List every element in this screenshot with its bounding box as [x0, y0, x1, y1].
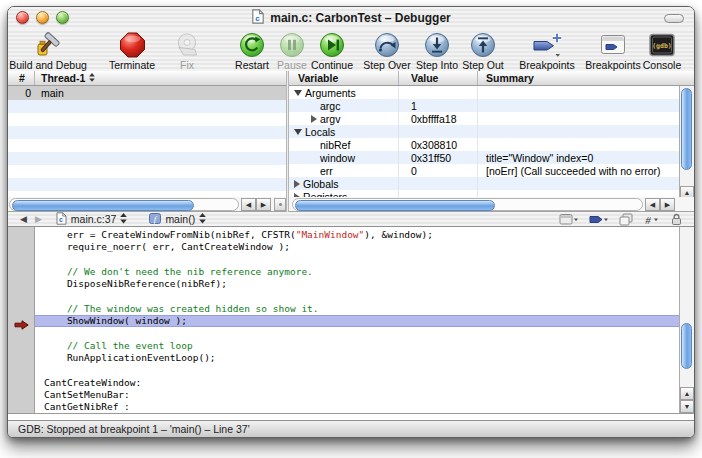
variable-row[interactable]: argv0xbffffa18	[289, 112, 679, 125]
variable-summary	[478, 138, 679, 151]
editor-vertical-scrollbar[interactable]: ▲ ▼	[679, 227, 694, 413]
zoom-button[interactable]	[56, 11, 69, 24]
scrollbar-thumb[interactable]	[681, 323, 692, 369]
variables-horizontal-scrollbar[interactable]	[292, 198, 643, 211]
column-header-value[interactable]: Value	[399, 71, 478, 85]
variable-value: 1	[399, 99, 478, 112]
function-popup-menu[interactable]: f main()	[149, 213, 206, 226]
variable-summary	[478, 86, 679, 99]
debug-panes: # Thread-1 0main Variable Value Summary …	[8, 71, 694, 212]
splitter-dot-handle[interactable]	[274, 198, 286, 211]
scroll-left-button[interactable]: ◀	[241, 198, 256, 211]
code-line: // We don't need the nib reference anymo…	[35, 266, 679, 278]
document-proxy-icon[interactable]: c	[251, 9, 265, 28]
editor-nav-bar: ◀ ▶ c main.c:37 f main() #	[8, 212, 694, 227]
svg-text:c: c	[59, 216, 63, 223]
breakpoint-gutter[interactable]	[8, 227, 35, 413]
toolbar-item-label: Build and Debug	[9, 59, 87, 71]
variable-name: nibRef	[320, 139, 350, 151]
title-bar[interactable]: c main.c: CarbonTest – Debugger	[8, 7, 694, 30]
scroll-down-button[interactable]: ▼	[680, 400, 694, 413]
variable-value: 0x308810	[399, 138, 478, 151]
toolbar-item-label: Step Out	[462, 59, 503, 71]
scrollbar-thumb[interactable]	[681, 88, 692, 170]
variable-row[interactable]: Globals	[289, 177, 679, 190]
variable-row[interactable]: err0[noErr] (Call succeeded with no erro…	[289, 164, 679, 177]
column-header-variable[interactable]: Variable	[289, 71, 399, 85]
scroll-up-button[interactable]: ▲	[680, 387, 694, 400]
variable-name: Arguments	[305, 87, 356, 99]
screen: c main.c: CarbonTest – Debugger Build an…	[0, 0, 702, 458]
disclosure-triangle[interactable]	[294, 90, 302, 96]
breakpoint-menu-button[interactable]	[589, 213, 609, 226]
threads-horizontal-scrollbar[interactable]	[9, 198, 239, 211]
toolbar-item-build-and-debug[interactable]: Build and Debug	[7, 31, 96, 71]
column-header-number[interactable]: #	[8, 71, 35, 85]
variable-summary	[478, 125, 679, 138]
pane-splitter[interactable]	[286, 71, 289, 212]
variable-summary	[478, 99, 679, 112]
close-button[interactable]	[16, 11, 29, 24]
variables-vertical-scrollbar[interactable]: ▲ ▼	[679, 86, 694, 212]
thread-row[interactable]: 0main	[8, 86, 286, 100]
status-text: GDB: Stopped at breakpoint 1 – 'main() –…	[18, 423, 250, 435]
toolbar-item-console[interactable]: (gdb)Console	[614, 31, 695, 71]
variable-value	[399, 125, 478, 138]
scroll-left-button[interactable]: ◀	[645, 198, 660, 211]
disclosure-triangle[interactable]	[311, 115, 317, 123]
hammer-icon	[33, 31, 63, 58]
variable-row[interactable]: argc1	[289, 99, 679, 112]
code-area[interactable]: err = CreateWindowFromNib(nibRef, CFSTR(…	[35, 227, 679, 413]
code-line: // Call the event loop	[35, 340, 679, 352]
variable-summary: [noErr] (Call succeeded with no error)	[478, 164, 679, 177]
history-back-button[interactable]: ◀	[20, 215, 27, 224]
scroll-right-button[interactable]: ▶	[256, 198, 271, 211]
variable-name: err	[320, 165, 333, 177]
variable-row[interactable]: nibRef0x308810	[289, 138, 679, 151]
column-header-summary[interactable]: Summary	[478, 71, 694, 85]
code-line: require_noerr( err, CantCreateWindow );	[35, 241, 679, 253]
counterpart-menu-button[interactable]	[559, 213, 579, 226]
variable-row[interactable]: Locals	[289, 125, 679, 138]
code-line: CantCreateWindow:	[35, 377, 679, 389]
variable-summary: title="Window" index=0	[478, 151, 679, 164]
variable-name: argc	[320, 100, 340, 112]
empty-row	[8, 178, 286, 191]
thread-name: main	[35, 87, 64, 99]
column-header-thread[interactable]: Thread-1	[35, 71, 286, 85]
file-icon: c	[56, 212, 67, 227]
variable-name: window	[320, 152, 355, 164]
svg-text:#: #	[645, 213, 651, 225]
file-popup-menu[interactable]: c main.c:37	[56, 212, 128, 227]
history-forward-button[interactable]: ▶	[35, 215, 42, 224]
window-title: main.c: CarbonTest – Debugger	[270, 11, 450, 25]
sort-indicator-icon	[89, 72, 95, 84]
thread-list: 0main	[8, 86, 286, 212]
variable-value: 0	[399, 164, 478, 177]
program-counter-arrow[interactable]	[14, 316, 29, 326]
variable-row[interactable]: window0x31ff50title="Window" index=0	[289, 151, 679, 164]
scrollbar-thumb[interactable]	[295, 200, 495, 211]
variable-value	[399, 177, 478, 190]
variable-value	[399, 86, 478, 99]
console-icon: (gdb)	[647, 31, 677, 58]
variable-row[interactable]: Arguments	[289, 86, 679, 99]
code-editor[interactable]: err = CreateWindowFromNib(nibRef, CFSTR(…	[8, 227, 694, 414]
minimize-button[interactable]	[36, 11, 49, 24]
included-files-button[interactable]	[619, 213, 633, 226]
code-line	[35, 290, 679, 302]
variable-pane: Variable Value Summary Argumentsargc1arg…	[289, 71, 694, 212]
disclosure-triangle[interactable]	[294, 129, 302, 135]
empty-row	[8, 165, 286, 178]
empty-row	[8, 126, 286, 139]
code-line: err = CreateWindowFromNib(nibRef, CFSTR(…	[35, 229, 679, 241]
scroll-right-button[interactable]: ▶	[660, 198, 675, 211]
scrollbar-thumb[interactable]	[12, 200, 194, 211]
code-line: // The window was created hidden so show…	[35, 303, 679, 315]
thread-number: 0	[8, 87, 35, 99]
toolbar-toggle-pill[interactable]	[664, 14, 684, 23]
variable-list: Argumentsargc1argv0xbffffa18LocalsnibRef…	[289, 86, 679, 212]
lock-icon	[671, 213, 682, 226]
disclosure-triangle[interactable]	[294, 180, 300, 188]
line-number-menu-button[interactable]: #	[643, 213, 661, 226]
